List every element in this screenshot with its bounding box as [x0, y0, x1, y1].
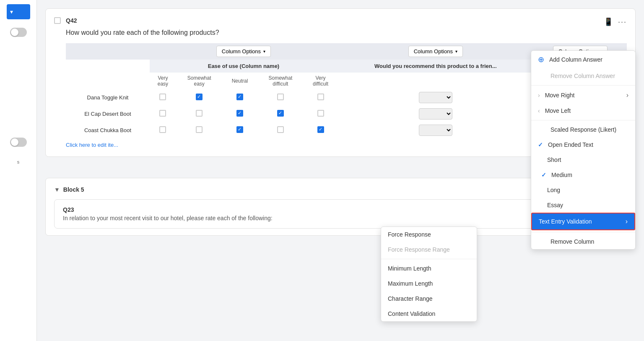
more-icon[interactable]: ···: [618, 18, 627, 26]
menu-open-ended-text[interactable]: ✓ Open Ended Text: [531, 137, 635, 152]
chevron-right-icon: ›: [538, 92, 540, 99]
question-number-q42: Q42: [66, 17, 77, 24]
left-context-dropdown: Force Response Force Response Range Mini…: [381, 226, 477, 322]
menu-force-response[interactable]: Force Response: [381, 227, 477, 242]
menu-character-range[interactable]: Character Range: [381, 291, 477, 306]
checkbox-r3c5[interactable]: [317, 126, 324, 133]
checkbox-r1c3[interactable]: [236, 94, 243, 100]
chevron-left-icon: ‹: [538, 107, 540, 114]
menu-separator-3: [531, 232, 635, 232]
menu-remove-column[interactable]: Remove Column: [531, 234, 635, 249]
sub-header-somewhat-difficult: Somewhatdifficult: [257, 73, 304, 89]
col-empty-sub: [66, 60, 150, 73]
sub-header-neutral: Neutral: [222, 73, 257, 89]
q23-number: Q23: [63, 206, 74, 213]
menu-separator-2: [531, 120, 635, 120]
sub-header-empty: [66, 73, 150, 89]
checkbox-r2c3[interactable]: [236, 110, 243, 117]
col-header-recommend2: Would you recommend this product to a fr…: [338, 60, 534, 73]
menu-text-entry-validation[interactable]: Text Entry Validation ›: [531, 213, 635, 230]
block-5-label: Block 5: [63, 186, 84, 193]
sub-header-very-easy: Veryeasy: [150, 73, 176, 89]
menu-add-column-answer[interactable]: ⊕ Add Column Answer: [531, 51, 635, 68]
checkbox-r2c1[interactable]: [159, 110, 166, 117]
menu-move-right[interactable]: › Move Right: [531, 87, 635, 103]
col-options-cell-1: Column Options ▾: [150, 43, 338, 60]
check-open-ended-icon: ✓: [538, 141, 543, 148]
col-options-arrow-2: ▾: [455, 49, 457, 54]
checkbox-r1c1[interactable]: [159, 94, 166, 100]
toggle-knob-1: [11, 29, 18, 36]
col-options-btn-2[interactable]: Column Options ▾: [408, 46, 463, 57]
col-header-ease: Ease of use (Column name): [150, 60, 338, 73]
sub-header-somewhat-easy: Somewhateasy: [176, 73, 223, 89]
block-toggle-arrow[interactable]: ▼: [54, 186, 60, 193]
sidebar-toggle-1[interactable]: [10, 28, 27, 37]
menu-long[interactable]: Long: [531, 182, 635, 198]
row-header-empty: [66, 43, 150, 60]
chevron-right-icon-validation: ›: [626, 218, 628, 225]
sidebar-label-s: s: [2, 159, 35, 164]
sub-header-very-difficult: Verydifficult: [304, 73, 338, 89]
checkbox-r2c2[interactable]: [196, 110, 203, 117]
checkbox-r1c4[interactable]: [277, 94, 284, 100]
select-r2[interactable]: [419, 108, 452, 120]
sub-header-col2: [338, 73, 534, 89]
menu-essay[interactable]: Essay: [531, 198, 635, 213]
checkbox-r2c5[interactable]: [317, 110, 324, 117]
menu-maximum-length[interactable]: Maximum Length: [381, 276, 477, 291]
checkbox-r1c5[interactable]: [317, 94, 324, 100]
menu-medium[interactable]: ✓ Medium: [531, 167, 635, 182]
menu-scaled-response[interactable]: Scaled Response (Likert): [531, 122, 635, 137]
add-icon: ⊕: [538, 55, 544, 64]
menu-short[interactable]: Short: [531, 152, 635, 167]
menu-remove-column-answer: Remove Column Answer: [531, 68, 635, 83]
select-r3[interactable]: [419, 125, 452, 136]
question-text-q42: How would you rate each of the following…: [66, 29, 627, 36]
checkbox-r3c3[interactable]: [236, 126, 243, 133]
main-content: Q42 📱 ··· How would you rate each of the…: [37, 0, 644, 341]
sidebar-dropdown[interactable]: ▾: [7, 4, 30, 19]
menu-content-validation[interactable]: Content Validation: [381, 306, 477, 321]
col-options-arrow-1: ▾: [263, 49, 265, 54]
sidebar-toggle-2[interactable]: [10, 138, 27, 147]
question-icons: 📱 ···: [604, 17, 627, 26]
col-header-recommend: Column Options ▾: [338, 43, 534, 60]
menu-minimum-length[interactable]: Minimum Length: [381, 261, 477, 276]
checkbox-r3c1[interactable]: [159, 126, 166, 133]
checkbox-r3c2[interactable]: [196, 126, 203, 133]
col-options-dropdown: ⊕ Add Column Answer Remove Column Answer…: [531, 50, 636, 250]
question-checkbox-q42[interactable]: [54, 17, 61, 24]
menu-move-left[interactable]: ‹ Move Left: [531, 103, 635, 118]
col-options-btn-1[interactable]: Column Options ▾: [216, 46, 271, 57]
row-label-1: Dana Toggle Knit: [66, 89, 150, 106]
question-header: Q42: [54, 17, 627, 24]
toggle-knob-2: [11, 138, 18, 146]
check-medium-icon: ✓: [541, 172, 546, 178]
select-r1[interactable]: [419, 92, 452, 103]
checkbox-r3c4[interactable]: [277, 126, 284, 133]
checkbox-r1c2[interactable]: [196, 94, 203, 100]
mobile-icon[interactable]: 📱: [604, 17, 613, 26]
checkbox-r2c4[interactable]: [277, 110, 284, 117]
row-label-2: El Cap Desert Boot: [66, 106, 150, 122]
row-label-3: Coast Chukka Boot: [66, 122, 150, 138]
left-menu-separator: [381, 259, 477, 259]
sidebar: ▾ s: [0, 0, 37, 341]
menu-force-response-range: Force Response Range: [381, 242, 477, 257]
menu-separator-1: [531, 85, 635, 86]
